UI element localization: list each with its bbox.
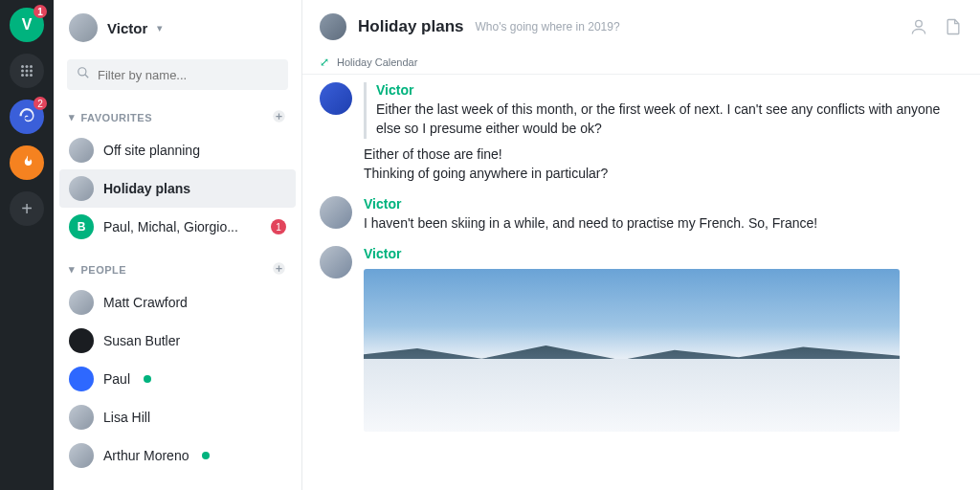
- person-avatar: [69, 443, 94, 468]
- room-avatar: [69, 176, 94, 201]
- room-name: Holiday plans: [103, 181, 190, 196]
- workspace-avatar[interactable]: V 1: [10, 8, 44, 42]
- room-name: Paul, Michal, Giorgio...: [103, 219, 238, 234]
- svg-point-3: [21, 70, 24, 73]
- svg-point-6: [21, 74, 24, 77]
- message: Victor: [320, 246, 963, 432]
- unread-badge: 1: [271, 219, 286, 234]
- person-item[interactable]: Paul: [59, 360, 296, 398]
- message-text: I haven't been skiing in a while, and ne…: [364, 213, 963, 233]
- message-avatar: [320, 196, 352, 229]
- message-author: Victor: [364, 246, 963, 261]
- people-section: ▾ PEOPLE Matt Crawford Susan Butler Paul…: [54, 256, 301, 475]
- people-header[interactable]: ▾ PEOPLE: [59, 256, 296, 283]
- files-icon[interactable]: [944, 17, 963, 36]
- workspace-app-orange[interactable]: [10, 145, 44, 180]
- sidebar: Victor ▾ ▾ FAVOURITES Off site planning …: [54, 0, 302, 490]
- header-actions: [909, 17, 963, 36]
- svg-point-13: [916, 20, 923, 27]
- svg-point-5: [30, 70, 33, 73]
- message-image[interactable]: [364, 269, 900, 432]
- flame-icon: [18, 154, 35, 171]
- widget-label: Holiday Calendar: [337, 56, 417, 68]
- message-avatar: [320, 246, 352, 278]
- swirl-icon: [18, 108, 35, 125]
- person-item[interactable]: Lisa Hill: [59, 398, 296, 436]
- filter-input[interactable]: [98, 68, 278, 82]
- person-avatar: [69, 367, 94, 391]
- svg-point-8: [30, 74, 33, 77]
- svg-point-1: [26, 65, 29, 68]
- user-avatar: [69, 13, 98, 42]
- svg-point-0: [21, 65, 24, 68]
- conversation-header: Holiday plans Who's going where in 2019?: [302, 0, 980, 51]
- favourite-item-holiday[interactable]: Holiday plans: [59, 169, 296, 208]
- plus-icon: +: [21, 198, 33, 220]
- add-person-button[interactable]: [272, 261, 286, 278]
- people-label: PEOPLE: [81, 264, 127, 276]
- favourite-item-offsite[interactable]: Off site planning: [59, 131, 296, 169]
- add-favourite-button[interactable]: [272, 109, 286, 125]
- conversation-title: Holiday plans: [358, 17, 464, 36]
- room-avatar: B: [69, 214, 94, 239]
- presence-indicator: [202, 452, 210, 459]
- message-text: Either of those are fine!: [364, 145, 963, 164]
- favourites-label: FAVOURITES: [81, 112, 152, 123]
- room-avatar: [69, 138, 94, 163]
- sidebar-user-switcher[interactable]: Victor ▾: [54, 0, 301, 56]
- message: Victor I haven't been skiing in a while,…: [320, 196, 963, 233]
- quote-text: Either the last week of this month, or t…: [376, 100, 963, 139]
- workspace-community[interactable]: [10, 54, 44, 88]
- person-avatar: [69, 405, 94, 430]
- grid-dots-icon: [18, 62, 35, 79]
- person-name: Matt Crawford: [103, 295, 188, 310]
- workspace-badge: 2: [33, 97, 47, 110]
- message-author: Victor: [364, 196, 963, 212]
- workspace-app-blue[interactable]: 2: [10, 100, 44, 134]
- chevron-down-icon: ▾: [69, 263, 76, 276]
- person-item[interactable]: Susan Butler: [59, 322, 296, 360]
- main-panel: Holiday plans Who's going where in 2019?…: [302, 0, 980, 490]
- workspace-rail: V 1 2 +: [0, 0, 54, 490]
- quoted-message: Victor Either the last week of this mont…: [364, 82, 963, 139]
- favourites-header[interactable]: ▾ FAVOURITES: [59, 103, 296, 131]
- message-thread: Victor Either the last week of this mont…: [302, 75, 980, 490]
- workspace-add[interactable]: +: [10, 191, 44, 226]
- quote-author: Victor: [376, 82, 963, 98]
- svg-point-7: [26, 74, 29, 77]
- svg-point-4: [26, 70, 29, 73]
- svg-line-10: [85, 75, 89, 78]
- svg-point-9: [78, 68, 86, 76]
- expand-widget-icon[interactable]: ⤢: [320, 56, 329, 69]
- message: Victor Either the last week of this mont…: [320, 82, 963, 183]
- svg-point-2: [30, 65, 33, 68]
- person-name: Paul: [103, 371, 130, 387]
- room-name: Off site planning: [103, 143, 200, 158]
- presence-indicator: [144, 375, 151, 383]
- conversation-topic: Who's going where in 2019?: [476, 20, 620, 33]
- person-item[interactable]: Arthur Moreno: [59, 436, 296, 475]
- message-avatar: [320, 82, 352, 115]
- favourites-section: ▾ FAVOURITES Off site planning Holiday p…: [54, 103, 301, 246]
- person-name: Susan Butler: [103, 333, 180, 348]
- chevron-down-icon: ▾: [157, 22, 163, 34]
- search-icon: [77, 66, 90, 83]
- current-user-name: Victor: [107, 20, 147, 36]
- person-name: Arthur Moreno: [103, 448, 189, 463]
- person-avatar: [69, 290, 94, 315]
- conversation-avatar: [320, 13, 346, 40]
- workspace-badge: 1: [33, 5, 47, 18]
- favourite-item-group[interactable]: B Paul, Michal, Giorgio... 1: [59, 208, 296, 246]
- message-text: Thinking of going anywhere in particular…: [364, 164, 963, 183]
- person-item[interactable]: Matt Crawford: [59, 283, 296, 322]
- person-name: Lisa Hill: [103, 410, 150, 425]
- person-avatar: [69, 328, 94, 353]
- filter-search[interactable]: [67, 59, 288, 90]
- chevron-down-icon: ▾: [69, 111, 76, 123]
- members-icon[interactable]: [909, 17, 928, 36]
- workspace-avatar-letter: V: [22, 16, 33, 33]
- widget-bar: ⤢ Holiday Calendar: [302, 51, 980, 75]
